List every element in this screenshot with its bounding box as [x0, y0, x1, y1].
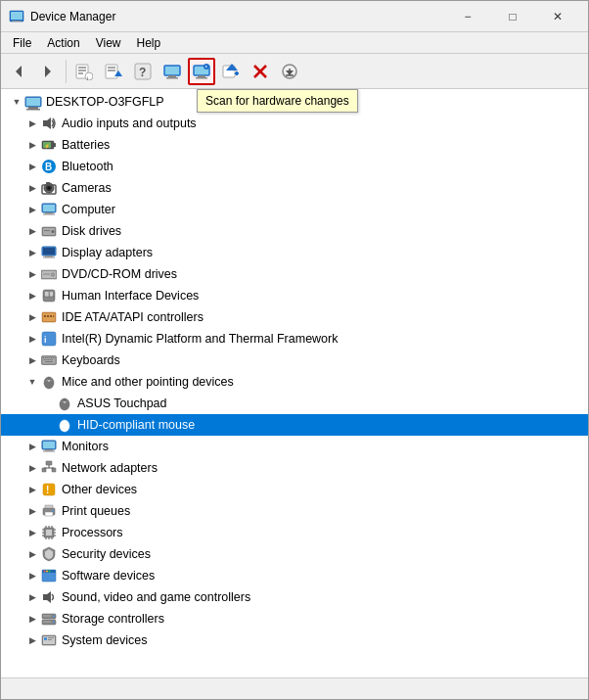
- svg-rect-84: [45, 357, 47, 358]
- tree-item-sound[interactable]: ▶ Sound, video and game controllers: [1, 586, 588, 608]
- root-expand[interactable]: ▼: [9, 94, 24, 110]
- software-icon: [40, 567, 58, 584]
- ide-expand[interactable]: ▶: [24, 309, 40, 325]
- batteries-expand[interactable]: ▶: [24, 137, 40, 153]
- print-expand[interactable]: ▶: [24, 503, 40, 519]
- disk-icon: [40, 222, 58, 240]
- tree-item-cameras[interactable]: ▶ Cameras: [1, 177, 588, 199]
- display-expand[interactable]: ▶: [24, 245, 40, 260]
- tree-item-mice[interactable]: ▼ Mice and other pointing devices: [1, 371, 588, 393]
- svg-rect-18: [168, 75, 176, 77]
- remove-button[interactable]: [247, 58, 274, 85]
- tree-item-batteries[interactable]: ▶ ⚡ Batteries: [1, 134, 588, 156]
- menu-view[interactable]: View: [88, 34, 129, 52]
- tree-item-hid[interactable]: ▶ Human Interface Devices: [1, 285, 588, 306]
- tree-item-monitors[interactable]: ▶ Monitors: [1, 436, 588, 457]
- other-icon: !: [40, 481, 58, 498]
- intel-expand[interactable]: ▶: [24, 331, 40, 347]
- tree-item-display[interactable]: ▶ Display adapters: [1, 242, 588, 263]
- processors-expand[interactable]: ▶: [24, 525, 40, 540]
- properties-button[interactable]: i: [70, 58, 98, 85]
- tree-item-print[interactable]: ▶ Print queues: [1, 500, 588, 522]
- tree-item-computer[interactable]: ▶ Computer: [1, 199, 588, 220]
- svg-point-66: [52, 274, 54, 276]
- update-driver-button[interactable]: [100, 58, 127, 85]
- tree-item-security[interactable]: ▶ Security devices: [1, 543, 588, 565]
- tree-item-storage[interactable]: ▶ Storage controllers: [1, 608, 588, 630]
- dvd-expand[interactable]: ▶: [24, 266, 40, 282]
- tree-item-keyboards[interactable]: ▶: [1, 350, 588, 371]
- tree-item-dvd[interactable]: ▶ DVD/CD-ROM drives: [1, 263, 588, 285]
- root-icon: [24, 93, 42, 111]
- svg-rect-70: [50, 292, 53, 297]
- status-bar: [1, 677, 588, 699]
- svg-marker-3: [16, 66, 22, 77]
- disk-expand[interactable]: ▶: [24, 223, 40, 239]
- computer-view-button[interactable]: [159, 58, 186, 85]
- tree-item-asus-touchpad[interactable]: ASUS Touchpad: [1, 393, 588, 414]
- svg-text:⚡: ⚡: [44, 143, 51, 150]
- tree-item-system[interactable]: ▶ System devices: [1, 630, 588, 651]
- forward-button[interactable]: [34, 58, 62, 85]
- tree-item-intel[interactable]: ▶ i Intel(R) Dynamic Platform and Therma…: [1, 328, 588, 350]
- tree-item-hid-mouse[interactable]: HID-compliant mouse: [1, 414, 588, 436]
- menu-file[interactable]: File: [5, 34, 39, 52]
- tree-item-other[interactable]: ▶ ! Other devices: [1, 479, 588, 500]
- svg-point-100: [64, 401, 66, 403]
- security-expand[interactable]: ▶: [24, 546, 40, 562]
- other-expand[interactable]: ▶: [24, 482, 40, 497]
- svg-rect-21: [198, 75, 205, 77]
- tree-item-processors[interactable]: ▶: [1, 522, 588, 543]
- svg-text:B: B: [45, 162, 52, 172]
- bluetooth-expand[interactable]: ▶: [24, 159, 40, 174]
- tree-item-audio[interactable]: ▶ Audio inputs and outputs: [1, 113, 588, 134]
- svg-rect-88: [53, 357, 55, 358]
- ide-label: IDE ATA/ATAPI controllers: [62, 310, 204, 324]
- scan-button[interactable]: [188, 58, 215, 85]
- tree-item-disk[interactable]: ▶ Disk drives: [1, 220, 588, 242]
- svg-rect-107: [43, 451, 55, 452]
- menu-help[interactable]: Help: [129, 34, 169, 52]
- menu-action[interactable]: Action: [39, 34, 87, 52]
- tree-item-ide[interactable]: ▶ IDE ATA/ATAPI controllers: [1, 306, 588, 328]
- svg-rect-109: [42, 468, 46, 472]
- device-tree[interactable]: ▼ DESKTOP-O3FGFLP ▶: [1, 89, 588, 677]
- monitors-expand[interactable]: ▶: [24, 439, 40, 454]
- window-icon: [9, 9, 24, 24]
- svg-rect-77: [50, 315, 52, 317]
- network-expand[interactable]: ▶: [24, 460, 40, 476]
- computer-icon: [40, 201, 58, 218]
- svg-point-57: [52, 230, 55, 233]
- sound-expand[interactable]: ▶: [24, 589, 40, 605]
- tree-item-network[interactable]: ▶ Network adapters: [1, 457, 588, 479]
- window-title: Device Manager: [30, 10, 445, 23]
- audio-label: Audio inputs and outputs: [62, 117, 197, 130]
- hid-expand[interactable]: ▶: [24, 288, 40, 303]
- ide-icon: [40, 308, 58, 326]
- download-button[interactable]: [276, 58, 303, 85]
- svg-rect-78: [53, 315, 54, 317]
- storage-expand[interactable]: ▶: [24, 611, 40, 627]
- scan-tooltip: Scan for hardware changes: [197, 89, 358, 113]
- add-driver-button[interactable]: [217, 58, 245, 85]
- tree-item-bluetooth[interactable]: ▶ B Bluetooth: [1, 156, 588, 177]
- computer-label: Computer: [62, 203, 115, 216]
- software-expand[interactable]: ▶: [24, 568, 40, 583]
- mice-expand[interactable]: ▼: [24, 374, 40, 390]
- maximize-button[interactable]: □: [490, 1, 535, 32]
- mice-label: Mice and other pointing devices: [62, 375, 234, 389]
- svg-rect-89: [44, 359, 46, 360]
- close-button[interactable]: ✕: [535, 1, 580, 32]
- title-bar: Device Manager − □ ✕: [1, 1, 588, 32]
- help-button[interactable]: ?: [129, 58, 157, 85]
- minimize-button[interactable]: −: [445, 1, 490, 32]
- svg-rect-144: [43, 616, 51, 617]
- computer-expand[interactable]: ▶: [24, 202, 40, 217]
- tree-item-software[interactable]: ▶ Software devices: [1, 565, 588, 586]
- back-button[interactable]: [5, 58, 32, 85]
- system-expand[interactable]: ▶: [24, 632, 40, 648]
- keyboards-expand[interactable]: ▶: [24, 352, 40, 368]
- audio-expand[interactable]: ▶: [24, 116, 40, 131]
- cameras-expand[interactable]: ▶: [24, 180, 40, 196]
- svg-rect-145: [43, 622, 51, 623]
